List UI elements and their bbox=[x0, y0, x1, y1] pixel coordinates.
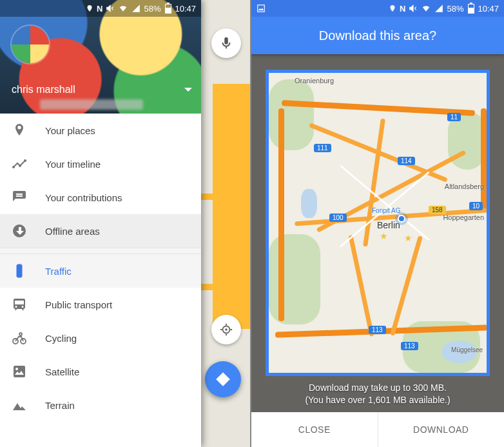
status-bar: N 58% 10:47 bbox=[251, 0, 504, 17]
map-poi-label: Fonpit AG bbox=[372, 207, 400, 214]
svg-rect-12 bbox=[14, 366, 25, 377]
timeline-icon bbox=[12, 156, 27, 172]
menu-label: Your places bbox=[45, 125, 95, 136]
svg-point-3 bbox=[19, 164, 21, 167]
menu-traffic[interactable]: Traffic bbox=[0, 254, 201, 288]
road-shield: 113 bbox=[369, 326, 386, 334]
directions-fab[interactable] bbox=[205, 361, 241, 397]
menu-your-contributions[interactable]: Your contributions bbox=[0, 181, 201, 214]
map-label-berlin: Berlin bbox=[377, 220, 400, 230]
menu-label: Terrain bbox=[45, 400, 75, 411]
map-label-hoppegarten: Hoppegarten bbox=[443, 214, 484, 221]
clock: 10:47 bbox=[478, 4, 499, 14]
menu-cycling[interactable]: Cycling bbox=[0, 321, 201, 355]
user-name: chris marshall bbox=[12, 84, 75, 95]
wifi-icon bbox=[421, 4, 431, 13]
map-label-oranienburg: Oranienburg bbox=[295, 77, 334, 84]
menu-your-places[interactable]: Your places bbox=[0, 114, 201, 147]
cycling-icon bbox=[12, 330, 27, 346]
nfc-icon: N bbox=[97, 4, 102, 14]
voice-search-button[interactable] bbox=[211, 28, 241, 58]
battery-icon bbox=[165, 4, 171, 14]
avatar[interactable] bbox=[12, 26, 49, 63]
signal-icon bbox=[131, 4, 141, 13]
pin-icon bbox=[12, 123, 27, 138]
road-shield: 113 bbox=[401, 342, 418, 350]
road-shield: 111 bbox=[314, 144, 331, 152]
download-area-selection[interactable]: Oranienburg Altlandsberg Hoppegarten Müg… bbox=[266, 70, 490, 376]
svg-point-1 bbox=[225, 328, 228, 331]
drawer-header: N 58% 10:47 chris marshall bbox=[0, 0, 201, 114]
road-shield: 158 bbox=[429, 206, 446, 214]
map-preview: Oranienburg Altlandsberg Hoppegarten Müg… bbox=[269, 73, 487, 373]
wifi-icon bbox=[118, 4, 128, 13]
menu-label: Public transport bbox=[45, 299, 112, 310]
map-label-altlandsberg: Altlandsberg bbox=[445, 183, 484, 190]
mute-icon bbox=[106, 4, 115, 13]
phone-right-screen: N 58% 10:47 Download this area? bbox=[251, 0, 504, 447]
road-shield: 10 bbox=[469, 202, 483, 210]
svg-point-9 bbox=[18, 273, 21, 275]
menu-label: Traffic bbox=[45, 266, 72, 277]
menu-label: Your timeline bbox=[45, 159, 101, 170]
offline-icon bbox=[12, 223, 27, 239]
current-location-dot bbox=[398, 215, 405, 223]
satellite-icon bbox=[12, 364, 27, 379]
available-space-line: (You have over 1,601 MB available.) bbox=[251, 394, 504, 407]
screenshot-icon bbox=[257, 4, 266, 13]
account-switcher[interactable]: chris marshall bbox=[12, 84, 192, 95]
blurred-email bbox=[40, 99, 143, 110]
mute-icon bbox=[409, 4, 418, 13]
menu-label: Your contributions bbox=[45, 192, 122, 203]
map-label-muggelsee: Müggelsee bbox=[451, 346, 483, 353]
location-icon bbox=[389, 4, 396, 13]
road-shield: 114 bbox=[398, 157, 415, 165]
menu-your-timeline[interactable]: Your timeline bbox=[0, 147, 201, 181]
road-shield: 11 bbox=[447, 113, 461, 121]
svg-point-2 bbox=[12, 166, 15, 168]
phone-left-screen: N 58% 10:47 chris marshall Your places bbox=[0, 0, 251, 447]
battery-percent: 58% bbox=[144, 4, 160, 14]
traffic-icon bbox=[12, 263, 27, 279]
chevron-down-icon bbox=[184, 88, 192, 92]
status-bar: N 58% 10:47 bbox=[0, 0, 201, 17]
star-icon: ★ bbox=[404, 233, 412, 243]
menu-label: Cycling bbox=[45, 333, 77, 344]
download-info-text: Download may take up to 300 MB. (You hav… bbox=[251, 382, 504, 407]
svg-point-13 bbox=[15, 368, 18, 370]
svg-rect-14 bbox=[258, 5, 265, 12]
menu-offline-areas[interactable]: Offline areas bbox=[0, 214, 201, 248]
signal-icon bbox=[434, 4, 443, 13]
clock: 10:47 bbox=[175, 4, 196, 14]
menu-divider bbox=[0, 248, 201, 254]
close-button[interactable]: CLOSE bbox=[251, 412, 378, 447]
drawer-menu: Your places Your timeline Your contribut… bbox=[0, 114, 201, 447]
contributions-icon bbox=[12, 190, 27, 205]
menu-label: Offline areas bbox=[45, 226, 100, 237]
my-location-button[interactable] bbox=[211, 315, 241, 344]
menu-public-transport[interactable]: Public transport bbox=[0, 288, 201, 321]
battery-icon bbox=[468, 4, 474, 14]
dialog-actions: CLOSE DOWNLOAD bbox=[251, 412, 504, 447]
svg-point-8 bbox=[18, 270, 21, 272]
star-icon: ★ bbox=[380, 231, 388, 241]
svg-point-7 bbox=[18, 266, 21, 269]
road-shield: 100 bbox=[329, 214, 347, 222]
location-icon bbox=[86, 4, 93, 13]
download-size-line: Download may take up to 300 MB. bbox=[251, 382, 504, 395]
battery-percent: 58% bbox=[447, 4, 463, 14]
terrain-icon bbox=[12, 397, 27, 413]
app-bar-title: Download this area? bbox=[319, 28, 436, 43]
transit-icon bbox=[12, 297, 27, 312]
menu-label: Satellite bbox=[45, 366, 79, 377]
navigation-drawer: N 58% 10:47 chris marshall Your places bbox=[0, 0, 201, 447]
svg-point-4 bbox=[24, 159, 26, 162]
download-button[interactable]: DOWNLOAD bbox=[378, 412, 505, 447]
nfc-icon: N bbox=[400, 4, 405, 14]
app-bar: Download this area? bbox=[251, 17, 504, 54]
menu-terrain[interactable]: Terrain bbox=[0, 388, 201, 422]
menu-satellite[interactable]: Satellite bbox=[0, 355, 201, 388]
